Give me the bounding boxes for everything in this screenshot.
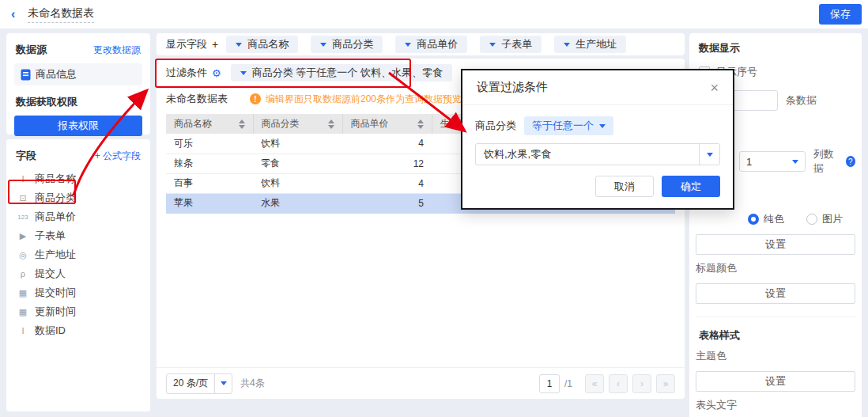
last-page-icon: » (663, 378, 669, 389)
theme-color-label: 主题色 (696, 349, 852, 363)
field-item[interactable]: ◎生产地址 (6, 245, 150, 264)
subform-field-icon: ▶ (16, 231, 30, 241)
page-size-dropdown[interactable] (214, 373, 232, 394)
field-item-label: 生产地址 (35, 248, 76, 262)
field-item-label: 商品分类 (35, 191, 76, 205)
sort-icon[interactable] (239, 119, 245, 129)
background-set-button[interactable]: 设置 (696, 234, 855, 255)
columns-count-select[interactable]: 1 (739, 151, 806, 172)
field-item-label: 商品单价 (35, 210, 76, 224)
display-field-chip[interactable]: 商品名称 (226, 36, 298, 53)
display-field-chip[interactable]: 商品分类 (311, 36, 383, 53)
total-count-label: 共4条 (240, 377, 265, 390)
display-field-chip[interactable]: 生产地址 (554, 36, 626, 53)
solid-color-radio[interactable]: 纯色 (748, 212, 784, 226)
theme-color-set-button[interactable]: 设置 (696, 371, 855, 392)
radio-selected-icon[interactable] (748, 214, 759, 225)
first-page-button[interactable]: « (585, 374, 604, 393)
chevron-down-icon (599, 124, 606, 128)
back-icon[interactable]: ‹ (11, 7, 15, 21)
chevron-down-icon (489, 43, 496, 47)
help-icon[interactable]: ? (846, 156, 855, 167)
table-cell: 可乐 (166, 134, 253, 154)
table-cell: 4 (342, 134, 432, 154)
title-color-set-button[interactable]: 设置 (696, 283, 855, 304)
page-size-value: 20 条/页 (167, 377, 214, 390)
field-item-label: 数据ID (35, 324, 66, 338)
field-list: I商品名称⊡商品分类123商品单价▶子表单◎生产地址ρ提交人▦提交时间▦更新时间… (6, 169, 150, 340)
warning-icon: ! (250, 93, 261, 104)
filter-value-dropdown[interactable] (699, 144, 719, 165)
top-bar: ‹ 未命名数据表 保存 (0, 0, 868, 28)
save-button[interactable]: 保存 (819, 4, 862, 25)
display-field-chip-label: 商品名称 (247, 37, 289, 51)
chevron-down-icon (564, 43, 570, 47)
column-header-label: 商品单价 (351, 117, 389, 131)
field-item-label: 子表单 (35, 229, 66, 243)
image-radio[interactable]: 图片 (806, 212, 843, 226)
filter-condition-label: 过滤条件 (166, 66, 207, 80)
calendar-field-icon: ▦ (16, 307, 30, 317)
field-item[interactable]: ▶子表单 (6, 226, 150, 245)
gear-icon[interactable]: ⚙ (212, 67, 221, 79)
display-field-chip[interactable]: 子表单 (480, 36, 542, 53)
column-header[interactable]: 商品名称 (166, 114, 253, 134)
display-field-chip[interactable]: 商品单价 (395, 36, 467, 53)
prev-page-button[interactable]: ‹ (609, 374, 628, 393)
add-display-field-icon[interactable]: + (212, 38, 218, 51)
person-field-icon: ρ (16, 269, 30, 279)
display-fields-bar: 显示字段 + 商品名称商品分类商品单价子表单生产地址 (157, 33, 685, 55)
confirm-button[interactable]: 确定 (662, 176, 720, 197)
field-item[interactable]: ⊡商品分类 (6, 188, 150, 207)
filter-value-input[interactable]: 饮料,水果,零食 (475, 143, 720, 165)
next-page-button[interactable]: › (632, 374, 651, 393)
datasource-item-label: 商品信息 (36, 67, 77, 82)
table-cell: 12 (342, 154, 432, 173)
modal-title: 设置过滤条件 (477, 80, 548, 95)
chevron-down-icon (792, 160, 798, 164)
page-title[interactable]: 未命名数据表 (28, 6, 94, 23)
field-item[interactable]: ▦更新时间 (6, 302, 150, 321)
radio-unselected-icon[interactable] (806, 214, 817, 225)
field-item[interactable]: I数据ID (6, 321, 150, 340)
modal-field-label: 商品分类 (475, 119, 516, 133)
operator-select[interactable]: 等于任意一个 (524, 116, 613, 135)
column-header[interactable]: 商品单价 (342, 114, 432, 134)
report-permission-button[interactable]: 报表权限 (14, 116, 142, 136)
last-page-button[interactable]: » (656, 374, 675, 393)
chevron-down-icon (240, 71, 247, 75)
table-cell: 饮料 (253, 173, 342, 193)
change-datasource-link[interactable]: 更改数据源 (93, 44, 141, 57)
filter-condition-chip[interactable]: 商品分类 等于任意一个 饮料、水果、零食 (231, 64, 452, 82)
app-window: ‹ 未命名数据表 保存 数据源 更改数据源 商品信息 数据获取权限 报表权限 字… (0, 0, 868, 417)
close-icon[interactable]: × (710, 81, 719, 95)
datasource-item[interactable]: 商品信息 (14, 63, 142, 85)
sort-icon[interactable] (417, 119, 424, 129)
image-label: 图片 (822, 212, 843, 226)
page-size-select[interactable]: 20 条/页 (166, 373, 232, 394)
field-item-label: 更新时间 (35, 305, 76, 319)
field-item[interactable]: ρ提交人 (6, 264, 150, 283)
field-item[interactable]: 123商品单价 (6, 207, 150, 226)
field-item[interactable]: I商品名称 (6, 169, 150, 188)
display-fields-label: 显示字段 (166, 37, 207, 51)
field-item[interactable]: ▦提交时间 (6, 283, 150, 302)
data-permission-label: 数据获取权限 (6, 85, 150, 109)
current-page-input[interactable]: 1 (539, 374, 560, 393)
text-field-icon: I (16, 326, 30, 335)
column-header[interactable]: 商品分类 (253, 114, 342, 134)
table-cell: 饮料 (253, 134, 342, 154)
select-field-icon: ⊡ (16, 193, 30, 203)
fields-label: 字段 (16, 149, 36, 163)
title-color-label: 标题颜色 (696, 261, 852, 275)
table-title: 未命名数据表 (166, 92, 228, 106)
column-header-label: 商品分类 (262, 117, 300, 131)
cancel-button[interactable]: 取消 (595, 176, 654, 197)
table-cell: 水果 (253, 193, 342, 213)
prev-page-icon: ‹ (617, 378, 620, 389)
sort-icon[interactable] (328, 119, 334, 129)
number-field-icon: 123 (16, 214, 30, 221)
add-formula-field-link[interactable]: + 公式字段 (95, 150, 141, 163)
chevron-down-icon (221, 381, 227, 385)
filter-condition-text: 商品分类 等于任意一个 饮料、水果、零食 (252, 66, 443, 80)
